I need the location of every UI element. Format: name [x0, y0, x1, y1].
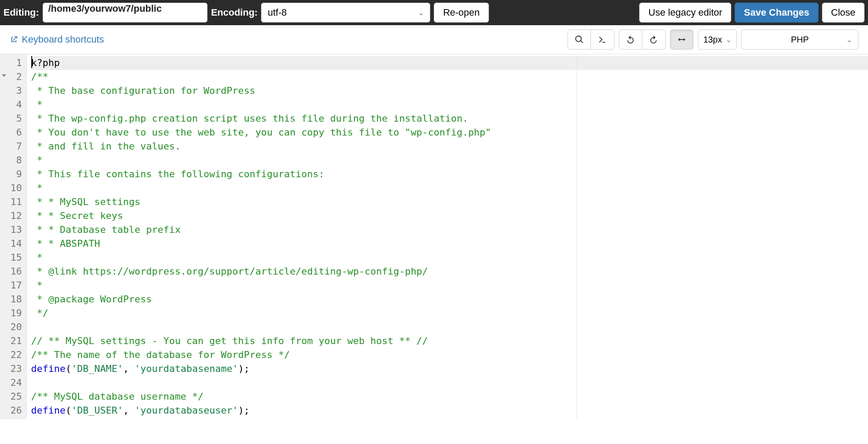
font-size-select[interactable]: 13px ⌄ — [698, 30, 737, 50]
code-editor[interactable]: 1234567891011121314151617181920212223242… — [0, 54, 868, 419]
code-line[interactable]: * — [31, 153, 868, 167]
code-line[interactable]: * and fill in the values. — [31, 139, 868, 153]
code-area[interactable]: k?php/** * The base configuration for Wo… — [27, 54, 868, 419]
code-line[interactable]: * @package WordPress — [31, 292, 868, 306]
line-number: 12 — [10, 209, 22, 223]
line-number: 3 — [10, 84, 22, 98]
arrows-horizontal-icon — [677, 35, 686, 44]
line-number: 9 — [10, 167, 22, 181]
search-terminal-group — [568, 30, 614, 50]
language-value: PHP — [791, 35, 809, 45]
code-line[interactable]: */ — [31, 306, 868, 320]
keyboard-shortcuts-link[interactable]: Keyboard shortcuts — [10, 34, 104, 45]
line-number: 7 — [10, 139, 22, 153]
redo-button[interactable] — [642, 30, 666, 50]
line-number: 25 — [10, 390, 22, 404]
code-line[interactable]: * @link https://wordpress.org/support/ar… — [31, 265, 868, 278]
line-number: 6 — [10, 126, 22, 139]
code-line[interactable]: * * ABSPATH — [31, 237, 868, 251]
code-line[interactable]: * You don't have to use the web site, yo… — [31, 126, 868, 139]
line-number: 16 — [10, 265, 22, 278]
line-number: 23 — [10, 362, 22, 376]
line-number: 1 — [10, 56, 22, 70]
code-line[interactable]: * The wp-config.php creation script uses… — [31, 112, 868, 126]
top-bar: Editing: /home3/yourwow7/public Encoding… — [0, 0, 868, 25]
wrap-toggle-button[interactable] — [670, 30, 693, 50]
code-line[interactable] — [31, 376, 868, 390]
keyboard-shortcuts-label: Keyboard shortcuts — [22, 34, 104, 45]
code-line[interactable]: // ** MySQL settings - You can get this … — [31, 334, 868, 348]
code-line[interactable] — [31, 320, 868, 334]
code-line[interactable]: * The base configuration for WordPress — [31, 84, 868, 98]
chevron-down-icon: ⌄ — [846, 36, 852, 44]
code-line[interactable]: * — [31, 278, 868, 292]
terminal-icon — [597, 35, 607, 44]
reopen-button[interactable]: Re-open — [434, 3, 488, 23]
line-number: 5 — [10, 112, 22, 126]
save-changes-button[interactable]: Save Changes — [735, 3, 818, 23]
code-line[interactable]: * * MySQL settings — [31, 195, 868, 209]
external-link-icon — [10, 35, 18, 44]
font-size-value: 13px — [703, 35, 722, 45]
undo-redo-group — [619, 30, 666, 50]
chevron-down-icon: ⌄ — [726, 36, 731, 44]
line-number: 10 — [10, 181, 22, 195]
file-path-input[interactable]: /home3/yourwow7/public — [43, 3, 208, 23]
line-number: 26 — [10, 404, 22, 417]
editing-label: Editing: — [3, 7, 39, 18]
line-number: 24 — [10, 376, 22, 390]
code-line[interactable]: /** MySQL database username */ — [31, 390, 868, 404]
line-number: 4 — [10, 98, 22, 112]
code-line[interactable]: * — [31, 98, 868, 112]
undo-button[interactable] — [619, 30, 642, 50]
close-button[interactable]: Close — [822, 3, 865, 23]
fold-icon[interactable] — [2, 74, 6, 77]
line-number: 17 — [10, 278, 22, 292]
undo-icon — [626, 35, 635, 44]
line-number: 18 — [10, 292, 22, 306]
code-line[interactable]: * — [31, 251, 868, 265]
line-number: 20 — [10, 320, 22, 334]
code-line[interactable]: /** — [31, 70, 868, 84]
text-cursor — [31, 56, 32, 68]
line-number: 13 — [10, 223, 22, 237]
line-number: 15 — [10, 251, 22, 265]
search-icon — [574, 35, 584, 44]
language-select[interactable]: PHP ⌄ — [741, 30, 858, 50]
encoding-label: Encoding: — [211, 7, 258, 18]
code-line[interactable]: * * Database table prefix — [31, 223, 868, 237]
line-gutter: 1234567891011121314151617181920212223242… — [0, 54, 27, 419]
line-number: 21 — [10, 334, 22, 348]
code-line[interactable]: define('DB_USER', 'yourdatabaseuser'); — [31, 404, 868, 417]
line-number: 22 — [10, 348, 22, 362]
line-number: 14 — [10, 237, 22, 251]
redo-icon — [649, 35, 658, 44]
search-button[interactable] — [568, 30, 591, 50]
encoding-select[interactable]: utf-8 ⌄ — [261, 3, 430, 23]
code-line[interactable]: * * Secret keys — [31, 209, 868, 223]
encoding-value: utf-8 — [267, 7, 287, 18]
code-line[interactable]: * — [31, 181, 868, 195]
terminal-button[interactable] — [591, 30, 614, 50]
line-number: 19 — [10, 306, 22, 320]
code-line[interactable]: define('DB_NAME', 'yourdatabasename'); — [31, 362, 868, 376]
editor-toolbar: Keyboard shortcuts 13px ⌄ PHP ⌄ — [0, 25, 868, 54]
code-line[interactable]: /** The name of the database for WordPre… — [31, 348, 868, 362]
legacy-editor-button[interactable]: Use legacy editor — [639, 3, 731, 23]
line-number: 11 — [10, 195, 22, 209]
chevron-down-icon: ⌄ — [418, 9, 424, 17]
line-number: 8 — [10, 153, 22, 167]
print-margin — [577, 54, 577, 419]
code-line[interactable]: * This file contains the following confi… — [31, 167, 868, 181]
code-line[interactable]: k?php — [31, 56, 868, 70]
line-number: 2 — [10, 70, 22, 84]
